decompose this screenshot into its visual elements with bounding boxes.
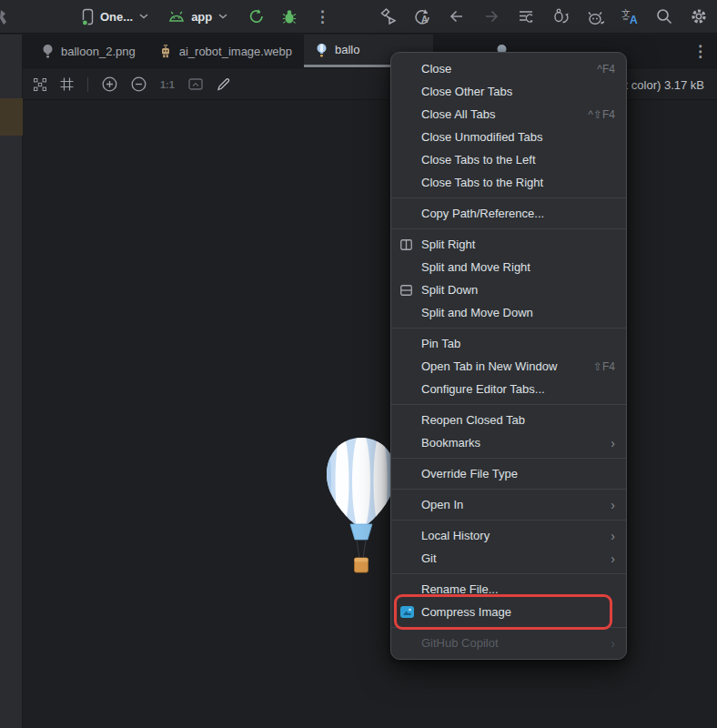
main-toolbar: One... app xyxy=(0,0,717,34)
forward-icon[interactable] xyxy=(482,7,500,25)
chevron-down-icon xyxy=(139,14,148,19)
svg-text:A: A xyxy=(421,15,428,25)
tab-context-menu: Close ^F4 Close Other Tabs Close All Tab… xyxy=(390,52,627,660)
menu-item-bookmarks[interactable]: Bookmarks xyxy=(391,431,626,454)
submenu-chevron-icon xyxy=(611,552,615,565)
menu-item-close-tabs-left[interactable]: Close Tabs to the Left xyxy=(391,148,626,171)
robot-icon xyxy=(159,45,172,58)
zoom-out-icon[interactable] xyxy=(131,76,146,92)
settings-gear-icon[interactable] xyxy=(690,7,708,25)
profiler-icon[interactable] xyxy=(586,7,604,25)
menu-item-github-copilot[interactable]: GitHub Copilot xyxy=(391,632,626,654)
partial-edge-icon xyxy=(0,9,8,25)
tab-ai-robot-image-webp[interactable]: ai_robot_image.webp xyxy=(147,35,304,67)
tool-stripe-active-highlight[interactable] xyxy=(0,98,23,136)
menu-item-git[interactable]: Git xyxy=(391,547,626,570)
menu-separator xyxy=(391,489,626,490)
run-configuration-selector[interactable]: app xyxy=(168,10,227,24)
debug-icon[interactable] xyxy=(280,7,298,25)
grid-frame-icon[interactable] xyxy=(60,77,74,91)
balloon-gray-icon xyxy=(42,44,54,58)
menu-item-pin-tab[interactable]: Pin Tab xyxy=(391,332,626,355)
menu-item-rename-file[interactable]: Rename File... xyxy=(391,578,626,601)
shortcut-label: ^F4 xyxy=(597,63,615,76)
menu-item-close-unmodified-tabs[interactable]: Close Unmodified Tabs xyxy=(391,126,626,148)
translate-icon[interactable]: 文 A xyxy=(621,7,639,25)
tab-label: balloon_2.png xyxy=(61,45,136,58)
menu-item-close[interactable]: Close ^F4 xyxy=(391,57,626,80)
menu-item-open-tab-new-window[interactable]: Open Tab in New Window ⇧F4 xyxy=(391,355,626,378)
menu-item-split-move-down[interactable]: Split and Move Down xyxy=(391,301,626,324)
tab-options-kebab-icon[interactable]: ⋮ xyxy=(692,44,708,59)
balloon-blue-icon xyxy=(316,43,328,57)
menu-item-reopen-closed-tab[interactable]: Reopen Closed Tab xyxy=(391,409,626,431)
menu-separator xyxy=(391,197,626,198)
device-phone-icon xyxy=(82,8,94,25)
split-down-icon xyxy=(400,285,421,296)
toolbar-divider xyxy=(87,77,88,92)
submenu-chevron-icon xyxy=(611,437,615,450)
menu-item-split-move-right[interactable]: Split and Move Right xyxy=(391,256,626,278)
android-icon xyxy=(168,11,185,22)
zoom-in-icon[interactable] xyxy=(102,76,117,92)
menu-separator xyxy=(391,627,626,628)
menu-item-split-down[interactable]: Split Down xyxy=(391,278,626,301)
menu-separator xyxy=(391,458,626,459)
split-right-icon xyxy=(400,239,421,250)
run-config-label: app xyxy=(191,10,212,24)
compress-image-icon xyxy=(400,606,421,618)
rerun-icon[interactable] xyxy=(247,7,266,25)
back-icon[interactable] xyxy=(448,7,466,25)
build-run-icon[interactable] xyxy=(379,7,397,25)
menu-item-copy-path-reference[interactable]: Copy Path/Reference... xyxy=(391,202,626,225)
image-info-text: t color) 3.17 kB xyxy=(625,69,704,100)
menu-separator xyxy=(391,228,626,229)
tab-balloon-2-png[interactable]: balloon_2.png xyxy=(30,35,147,67)
shortcut-label: ⇧F4 xyxy=(593,360,615,373)
menu-item-open-in[interactable]: Open In xyxy=(391,493,626,516)
sync-letter-icon[interactable]: A xyxy=(413,7,431,25)
menu-separator xyxy=(391,520,626,521)
menu-separator xyxy=(391,328,626,329)
actual-size-label[interactable]: 1:1 xyxy=(160,79,175,90)
menu-item-override-file-type[interactable]: Override File Type xyxy=(391,462,626,485)
menu-item-local-history[interactable]: Local History xyxy=(391,524,626,547)
left-tool-stripe xyxy=(0,35,23,728)
menu-item-close-tabs-right[interactable]: Close Tabs to the Right xyxy=(391,171,626,194)
tab-label: ballo xyxy=(335,43,359,56)
debug-restart-icon[interactable] xyxy=(551,7,570,25)
menu-item-compress-image[interactable]: Compress Image xyxy=(391,601,626,623)
menu-item-configure-editor-tabs[interactable]: Configure Editor Tabs... xyxy=(391,378,626,400)
fit-window-icon[interactable] xyxy=(188,78,203,90)
changes-list-icon[interactable] xyxy=(517,7,535,25)
menu-separator xyxy=(391,404,626,405)
menu-item-close-other-tabs[interactable]: Close Other Tabs xyxy=(391,80,626,103)
edit-pencil-icon[interactable] xyxy=(217,77,230,91)
chevron-down-icon xyxy=(218,14,227,19)
run-options-kebab-icon[interactable]: ⋮ xyxy=(313,7,331,25)
menu-item-split-right[interactable]: Split Right xyxy=(391,233,626,256)
tab-label: ai_robot_image.webp xyxy=(179,45,292,58)
device-selector-label: One... xyxy=(100,10,133,24)
ide-window: One... app xyxy=(0,0,717,728)
svg-text:A: A xyxy=(630,14,638,25)
menu-item-close-all-tabs[interactable]: Close All Tabs ^⇧F4 xyxy=(391,103,626,126)
shortcut-label: ^⇧F4 xyxy=(588,108,615,121)
menu-separator xyxy=(391,573,626,574)
submenu-chevron-icon xyxy=(611,637,615,650)
search-icon[interactable] xyxy=(655,7,673,25)
submenu-chevron-icon xyxy=(611,499,615,511)
zoom-fit-icon[interactable] xyxy=(34,78,46,91)
device-selector[interactable]: One... xyxy=(82,8,148,25)
submenu-chevron-icon xyxy=(611,530,615,542)
